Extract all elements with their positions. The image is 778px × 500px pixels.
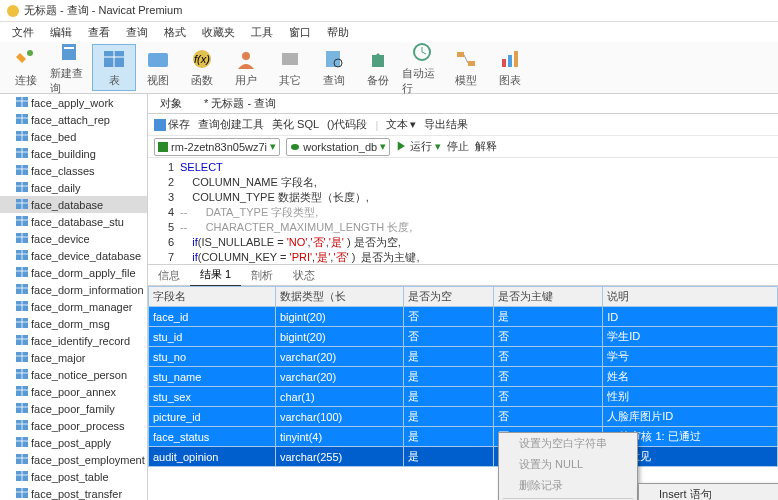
sidebar: face_apply_workface_attach_repface_bedfa…: [0, 94, 148, 500]
col-header[interactable]: 说明: [603, 287, 778, 307]
menu-fav[interactable]: 收藏夹: [194, 23, 243, 42]
table-item[interactable]: face_building: [0, 145, 147, 162]
svg-point-1: [27, 50, 33, 56]
snippet-button[interactable]: ()代码段: [327, 117, 367, 132]
fx-icon: f(x): [190, 47, 214, 71]
tool-chart[interactable]: 图表: [488, 45, 532, 90]
table-item[interactable]: face_dorm_manager: [0, 298, 147, 315]
table-item[interactable]: face_post_employment: [0, 451, 147, 468]
ctx-item[interactable]: 设置为空白字符串: [499, 433, 637, 454]
connection-bar: rm-2zetn83n05wz7i ▾ workstation_db ▾ ▶ 运…: [148, 136, 778, 158]
builder-button[interactable]: 查询创建工具: [198, 117, 264, 132]
menu-window[interactable]: 窗口: [281, 23, 319, 42]
table-item[interactable]: face_classes: [0, 162, 147, 179]
table-icon: [16, 148, 28, 160]
svg-line-17: [464, 55, 468, 63]
table-row[interactable]: picture_idvarchar(100)是否人脸库图片ID: [149, 407, 778, 427]
table-icon: [16, 216, 28, 228]
text-button[interactable]: 文本 ▾: [386, 117, 416, 132]
model-icon: [454, 47, 478, 71]
table-icon: [16, 386, 28, 398]
table-icon: [102, 47, 126, 71]
export-button[interactable]: 导出结果: [424, 117, 468, 132]
col-header[interactable]: 是否为空: [403, 287, 493, 307]
table-row[interactable]: stu_novarchar(20)是否学号: [149, 347, 778, 367]
table-item[interactable]: face_database: [0, 196, 147, 213]
tool-model[interactable]: 模型: [444, 45, 488, 90]
sql-editor[interactable]: 123456789 SELECT COLUMN_NAME 字段名, COLUMN…: [148, 158, 778, 264]
table-item[interactable]: face_daily: [0, 179, 147, 196]
tool-backup[interactable]: 备份: [356, 45, 400, 90]
titlebar: 无标题 - 查询 - Navicat Premium: [0, 0, 778, 22]
table-item[interactable]: face_post_table: [0, 468, 147, 485]
col-header[interactable]: 是否为主键: [494, 287, 603, 307]
query-icon: [322, 47, 346, 71]
tool-user[interactable]: 用户: [224, 45, 268, 90]
table-item[interactable]: face_dorm_msg: [0, 315, 147, 332]
server-combo[interactable]: rm-2zetn83n05wz7i ▾: [154, 138, 280, 156]
table-icon: [16, 437, 28, 449]
tool-new[interactable]: 新建查询: [48, 38, 92, 98]
table-item[interactable]: face_device: [0, 230, 147, 247]
table-item[interactable]: face_notice_person: [0, 366, 147, 383]
tool-query[interactable]: 查询: [312, 45, 356, 90]
tab-status[interactable]: 状态: [283, 265, 325, 286]
tool-table[interactable]: 表: [92, 44, 136, 91]
tool-view[interactable]: 视图: [136, 45, 180, 90]
table-icon: [16, 471, 28, 483]
query-toolbar: 保存 查询创建工具 美化 SQL ()代码段 | 文本 ▾ 导出结果: [148, 114, 778, 136]
table-icon: [16, 165, 28, 177]
table-item[interactable]: face_poor_process: [0, 417, 147, 434]
table-item[interactable]: face_bed: [0, 128, 147, 145]
menu-file[interactable]: 文件: [4, 23, 42, 42]
tab-objects[interactable]: 对象: [154, 94, 188, 113]
ctx-sub-item[interactable]: Insert 语句: [639, 484, 778, 500]
result-table[interactable]: 字段名数据类型（长是否为空是否为主键说明 face_idbigint(20)否是…: [148, 286, 778, 467]
table-icon: [16, 199, 28, 211]
tab-result1[interactable]: 结果 1: [190, 264, 241, 287]
tool-other[interactable]: 其它: [268, 45, 312, 90]
table-item[interactable]: face_poor_family: [0, 400, 147, 417]
svg-point-0: [7, 5, 19, 17]
tool-fx[interactable]: f(x)函数: [180, 45, 224, 90]
table-item[interactable]: face_database_stu: [0, 213, 147, 230]
explain-button[interactable]: 解释: [475, 139, 497, 154]
menu-tools[interactable]: 工具: [243, 23, 281, 42]
db-combo[interactable]: workstation_db ▾: [286, 138, 390, 156]
svg-rect-2: [62, 44, 76, 60]
col-header[interactable]: 数据类型（长: [275, 287, 403, 307]
col-header[interactable]: 字段名: [149, 287, 276, 307]
ctx-item[interactable]: 删除记录: [499, 475, 637, 496]
table-item[interactable]: face_apply_work: [0, 94, 147, 111]
stop-button[interactable]: 停止: [447, 139, 469, 154]
beautify-button[interactable]: 美化 SQL: [272, 117, 319, 132]
table-item[interactable]: face_attach_rep: [0, 111, 147, 128]
table-item[interactable]: face_poor_annex: [0, 383, 147, 400]
table-item[interactable]: face_post_apply: [0, 434, 147, 451]
table-row[interactable]: face_statustinyint(4)是否0: 待审核 1: 已通过: [149, 427, 778, 447]
table-item[interactable]: face_post_transfer: [0, 485, 147, 500]
table-row[interactable]: stu_namevarchar(20)是否姓名: [149, 367, 778, 387]
table-row[interactable]: stu_idbigint(20)否否学生ID: [149, 327, 778, 347]
table-row[interactable]: face_idbigint(20)否是ID: [149, 307, 778, 327]
tool-plug[interactable]: 连接: [4, 45, 48, 90]
table-item[interactable]: face_major: [0, 349, 147, 366]
table-item[interactable]: face_dorm_information: [0, 281, 147, 298]
table-item[interactable]: face_identify_record: [0, 332, 147, 349]
tab-profile[interactable]: 剖析: [241, 265, 283, 286]
table-row[interactable]: audit_opinionvarchar(255)是否审核意见: [149, 447, 778, 467]
menu-query[interactable]: 查询: [118, 23, 156, 42]
save-button[interactable]: 保存: [154, 117, 190, 132]
ctx-item[interactable]: 设置为 NULL: [499, 454, 637, 475]
menu-help[interactable]: 帮助: [319, 23, 357, 42]
table-item[interactable]: face_device_database: [0, 247, 147, 264]
svg-rect-16: [468, 61, 475, 66]
tool-auto[interactable]: 自动运行: [400, 38, 444, 98]
table-item[interactable]: face_dorm_apply_file: [0, 264, 147, 281]
tab-query[interactable]: 无标题 - 查询: [198, 94, 282, 113]
table-row[interactable]: stu_sexchar(1)是否性别: [149, 387, 778, 407]
tab-info[interactable]: 信息: [148, 265, 190, 286]
title-text: 无标题 - 查询 - Navicat Premium: [24, 3, 182, 18]
run-button[interactable]: ▶ 运行 ▾: [396, 139, 441, 154]
menu-format[interactable]: 格式: [156, 23, 194, 42]
